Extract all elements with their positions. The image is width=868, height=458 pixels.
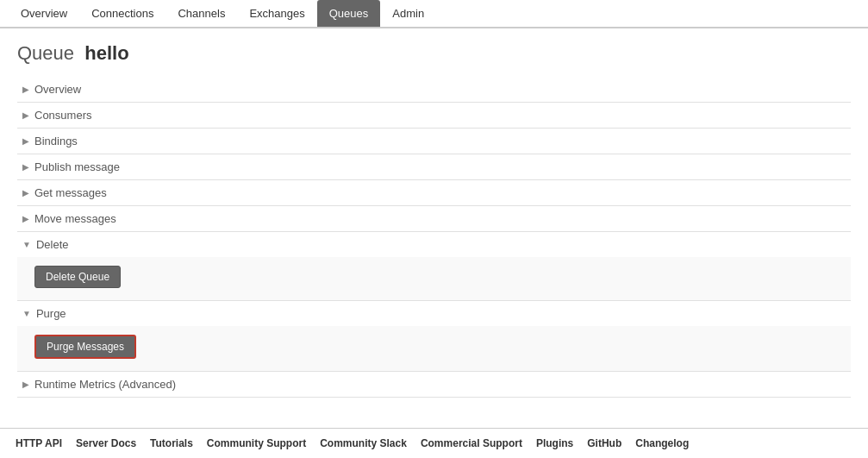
section-get: ▶Get messages <box>17 180 851 206</box>
sections-container: ▶Overview▶Consumers▶Bindings▶Publish mes… <box>17 77 851 398</box>
button-delete[interactable]: Delete Queue <box>34 266 121 288</box>
queue-name: hello <box>84 42 128 64</box>
top-navigation: OverviewConnectionsChannelsExchangesQueu… <box>0 0 868 28</box>
section-purge: ▼PurgePurge Messages <box>17 301 851 372</box>
section-runtime: ▶Runtime Metrics (Advanced) <box>17 372 851 398</box>
arrow-right-icon: ▶ <box>22 380 29 389</box>
arrow-right-icon: ▶ <box>22 214 29 223</box>
arrow-right-icon: ▶ <box>22 188 29 198</box>
section-delete: ▼DeleteDelete Queue <box>17 232 851 301</box>
nav-item-connections[interactable]: Connections <box>79 0 165 27</box>
page-title-prefix: Queue <box>17 42 74 64</box>
arrow-down-icon: ▼ <box>22 309 31 318</box>
section-header-move[interactable]: ▶Move messages <box>17 206 851 231</box>
nav-item-overview[interactable]: Overview <box>9 0 79 27</box>
section-move: ▶Move messages <box>17 206 851 232</box>
section-header-delete[interactable]: ▼Delete <box>17 232 851 257</box>
section-publish: ▶Publish message <box>17 154 851 180</box>
nav-item-channels[interactable]: Channels <box>165 0 237 27</box>
footer-link-plugins[interactable]: Plugins <box>529 436 580 451</box>
section-header-publish[interactable]: ▶Publish message <box>17 154 851 179</box>
section-overview: ▶Overview <box>17 77 851 103</box>
section-label-get: Get messages <box>34 186 107 199</box>
arrow-right-icon: ▶ <box>22 136 29 146</box>
main-content: Queue hello ▶Overview▶Consumers▶Bindings… <box>0 28 868 428</box>
section-label-move: Move messages <box>34 212 116 225</box>
nav-item-admin[interactable]: Admin <box>380 0 436 27</box>
section-body-purge: Purge Messages <box>17 326 851 371</box>
section-header-consumers[interactable]: ▶Consumers <box>17 103 851 128</box>
section-label-overview: Overview <box>34 83 81 96</box>
arrow-right-icon: ▶ <box>22 110 29 120</box>
section-header-get[interactable]: ▶Get messages <box>17 180 851 205</box>
section-bindings: ▶Bindings <box>17 129 851 154</box>
footer-link-server-docs[interactable]: Server Docs <box>69 436 143 451</box>
section-body-delete: Delete Queue <box>17 257 851 300</box>
section-label-bindings: Bindings <box>34 135 78 147</box>
page-title: Queue hello <box>17 42 851 65</box>
arrow-right-icon: ▶ <box>22 85 29 94</box>
section-header-overview[interactable]: ▶Overview <box>17 77 851 102</box>
footer-link-community-slack[interactable]: Community Slack <box>313 436 414 451</box>
nav-item-queues[interactable]: Queues <box>317 0 381 27</box>
footer-link-http-api[interactable]: HTTP API <box>9 436 69 451</box>
arrow-right-icon: ▶ <box>22 162 29 172</box>
footer-link-tutorials[interactable]: Tutorials <box>143 436 200 451</box>
footer-link-commercial-support[interactable]: Commercial Support <box>414 436 529 451</box>
arrow-down-icon: ▼ <box>22 240 31 249</box>
section-label-delete: Delete <box>36 238 69 251</box>
section-label-consumers: Consumers <box>34 109 91 122</box>
footer-link-changelog[interactable]: Changelog <box>628 436 696 451</box>
button-purge[interactable]: Purge Messages <box>34 335 136 359</box>
section-label-publish: Publish message <box>34 160 120 173</box>
section-label-runtime: Runtime Metrics (Advanced) <box>34 378 176 391</box>
footer: HTTP APIServer DocsTutorialsCommunity Su… <box>0 428 868 458</box>
section-header-bindings[interactable]: ▶Bindings <box>17 129 851 154</box>
nav-item-exchanges[interactable]: Exchanges <box>237 0 316 27</box>
section-header-purge[interactable]: ▼Purge <box>17 301 851 326</box>
footer-link-community-support[interactable]: Community Support <box>200 436 313 451</box>
section-label-purge: Purge <box>36 307 66 320</box>
section-consumers: ▶Consumers <box>17 103 851 129</box>
footer-link-github[interactable]: GitHub <box>580 436 628 451</box>
section-header-runtime[interactable]: ▶Runtime Metrics (Advanced) <box>17 372 851 397</box>
